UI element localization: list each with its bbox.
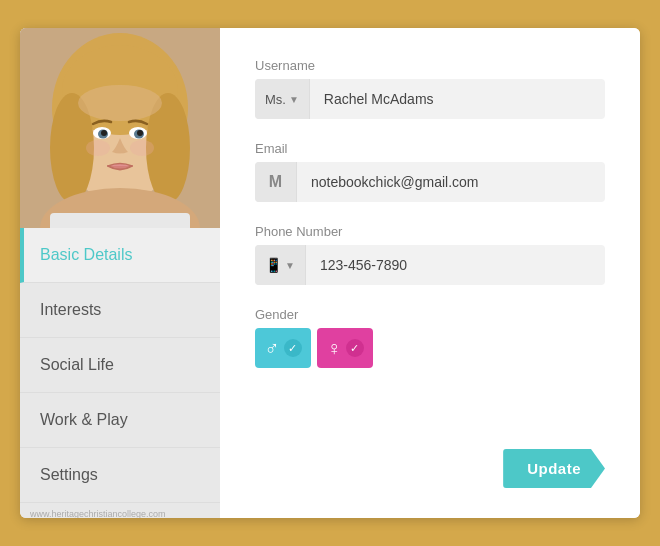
svg-point-14 [86, 140, 110, 156]
profile-card: Basic Details Interests Social Life Work… [20, 28, 640, 518]
phone-field-group: Phone Number 📱 ▼ 123-456-7890 [255, 224, 605, 285]
sidebar-item-settings[interactable]: Settings [20, 448, 220, 503]
avatar [20, 28, 220, 228]
sidebar-item-work-and-play[interactable]: Work & Play [20, 393, 220, 448]
username-value[interactable]: Rachel McAdams [310, 91, 605, 107]
update-row: Update [255, 449, 605, 488]
username-input-row: Ms. ▼ Rachel McAdams [255, 79, 605, 119]
male-check: ✓ [284, 339, 302, 357]
sidebar: Basic Details Interests Social Life Work… [20, 28, 220, 518]
male-icon: ♂ [265, 337, 280, 360]
phone-prefix[interactable]: 📱 ▼ [255, 245, 306, 285]
phone-dropdown-arrow: ▼ [285, 260, 295, 271]
female-icon: ♀ [327, 337, 342, 360]
form-content: Username Ms. ▼ Rachel McAdams Email M no… [220, 28, 640, 518]
sidebar-item-interests[interactable]: Interests [20, 283, 220, 338]
username-prefix[interactable]: Ms. ▼ [255, 79, 310, 119]
female-check: ✓ [346, 339, 364, 357]
phone-value[interactable]: 123-456-7890 [306, 257, 605, 273]
username-label: Username [255, 58, 605, 73]
svg-point-15 [130, 140, 154, 156]
svg-point-12 [101, 130, 107, 136]
sidebar-item-social-life[interactable]: Social Life [20, 338, 220, 393]
email-label: Email [255, 141, 605, 156]
gmail-icon: M [255, 162, 297, 202]
update-button[interactable]: Update [503, 449, 605, 488]
username-field-group: Username Ms. ▼ Rachel McAdams [255, 58, 605, 119]
prefix-dropdown-arrow: ▼ [289, 94, 299, 105]
gender-field-group: Gender ♂ ✓ ♀ ✓ [255, 307, 605, 368]
svg-point-7 [78, 85, 162, 121]
nav-list: Basic Details Interests Social Life Work… [20, 228, 220, 503]
svg-point-13 [137, 130, 143, 136]
email-value[interactable]: notebookchick@gmail.com [297, 174, 605, 190]
gender-label: Gender [255, 307, 605, 322]
email-field-group: Email M notebookchick@gmail.com [255, 141, 605, 202]
svg-rect-17 [50, 213, 190, 228]
sidebar-item-basic-details[interactable]: Basic Details [20, 228, 220, 283]
gender-male-btn[interactable]: ♂ ✓ [255, 328, 311, 368]
avatar-container [20, 28, 220, 228]
email-input-row: M notebookchick@gmail.com [255, 162, 605, 202]
gender-female-btn[interactable]: ♀ ✓ [317, 328, 373, 368]
watermark: www.heritagechristiancollege.com [20, 503, 220, 518]
gender-row: ♂ ✓ ♀ ✓ [255, 328, 605, 368]
phone-icon: 📱 [265, 257, 282, 273]
phone-label: Phone Number [255, 224, 605, 239]
phone-input-row: 📱 ▼ 123-456-7890 [255, 245, 605, 285]
